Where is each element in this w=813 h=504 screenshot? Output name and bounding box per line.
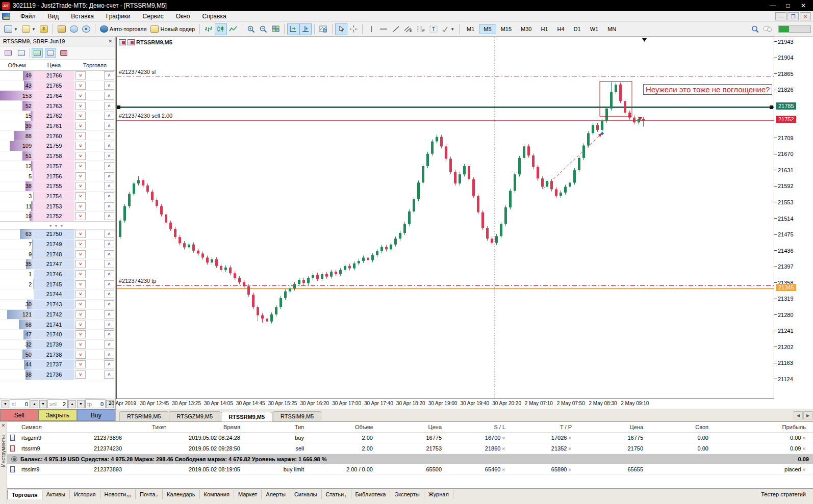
dom-price-cell[interactable]: 21755 bbox=[34, 181, 74, 191]
new-chart-button[interactable]: ▼ bbox=[2, 23, 20, 35]
chart-tab-RTSSRM9,M5[interactable]: RTSSRM9,M5 bbox=[221, 412, 272, 421]
arrows-tool-button[interactable]: ▼ bbox=[440, 23, 456, 35]
toolbox-tab-Библиотека[interactable]: Библиотека bbox=[351, 490, 391, 499]
dom-buy-arrow-button[interactable]: ˄ bbox=[104, 290, 114, 298]
menu-item-Вставка[interactable]: Вставка bbox=[65, 12, 100, 21]
dom-price-cell[interactable]: 21754 bbox=[34, 192, 74, 201]
fibonacci-tool-button[interactable]: F bbox=[415, 23, 427, 35]
dom-history-button[interactable] bbox=[16, 48, 27, 58]
accounts-button[interactable]: $ bbox=[38, 23, 50, 35]
dom-sell-arrow-button[interactable]: ˅ bbox=[75, 321, 86, 329]
community-button[interactable] bbox=[68, 23, 80, 35]
dom-buy-arrow-button[interactable]: ˄ bbox=[104, 162, 114, 170]
dom-price-cell[interactable]: 21759 bbox=[34, 141, 74, 151]
timeframe-W1[interactable]: W1 bbox=[586, 24, 603, 34]
close-trade-icon[interactable]: ✕ bbox=[802, 436, 806, 441]
maximize-button[interactable]: □ bbox=[780, 1, 796, 10]
table-row[interactable]: rtssim92123738932019.05.02 08:19:05buy l… bbox=[7, 464, 813, 475]
timeframe-M30[interactable]: M30 bbox=[516, 24, 536, 34]
dom-buy-arrow-button[interactable]: ˄ bbox=[104, 370, 114, 379]
tp-value[interactable]: 0 bbox=[100, 401, 104, 407]
dom-sell-arrow-button[interactable]: ˅ bbox=[75, 250, 86, 258]
dom-buy-arrow-button[interactable]: ˄ bbox=[104, 240, 114, 248]
new-order-button[interactable]: Новый ордер bbox=[148, 23, 197, 35]
dom-price-cell[interactable]: 21746 bbox=[34, 270, 74, 279]
dom-buy-arrow-button[interactable]: ˄ bbox=[104, 132, 114, 140]
dom-buy-arrow-button[interactable]: ˄ bbox=[104, 250, 114, 258]
dom-buy-arrow-button[interactable]: ˄ bbox=[104, 260, 114, 268]
dom-sell-arrow-button[interactable]: ˅ bbox=[75, 330, 86, 338]
toolbox-tab-Календарь[interactable]: Календарь bbox=[163, 490, 200, 499]
toolbox-tab-Сигналы[interactable]: Сигналы bbox=[290, 490, 322, 499]
close-trade-icon[interactable]: ✕ bbox=[802, 446, 806, 452]
dom-sell-arrow-button[interactable]: ˅ bbox=[75, 162, 86, 170]
mdi-minimize-button[interactable]: — bbox=[775, 12, 786, 20]
dom-buy-arrow-button[interactable]: ˄ bbox=[104, 321, 114, 329]
dom-close-icon[interactable]: ✕ bbox=[108, 39, 112, 44]
timeframe-M1[interactable]: M1 bbox=[462, 24, 479, 34]
dom-buy-arrow-button[interactable]: ˄ bbox=[104, 310, 114, 319]
sl-decrease-button[interactable]: ▼ bbox=[2, 400, 9, 408]
dom-price-cell[interactable]: 21736 bbox=[34, 370, 74, 380]
dom-sell-arrow-button[interactable]: ˅ bbox=[75, 310, 86, 319]
close-position-button[interactable]: Закрыть bbox=[38, 409, 77, 421]
text-tool-button[interactable]: T bbox=[427, 23, 440, 35]
toolbox-tab-Маркет[interactable]: Маркет bbox=[234, 490, 262, 499]
dom-price-cell[interactable]: 21765 bbox=[34, 81, 74, 91]
dom-sell-arrow-button[interactable]: ˅ bbox=[75, 351, 86, 359]
sl-increase-button[interactable]: ▲ bbox=[31, 400, 38, 408]
dom-buy-arrow-button[interactable]: ˄ bbox=[104, 270, 114, 278]
dom-buy-arrow-button[interactable]: ˄ bbox=[104, 192, 114, 200]
candlestick-chart[interactable]: RTSSRM9,M5 Неужели это тоже не поглощени… bbox=[116, 37, 774, 399]
dom-volume-toggle-button[interactable] bbox=[58, 48, 69, 58]
menu-item-Сервис[interactable]: Сервис bbox=[137, 12, 170, 21]
volume-decrease-button[interactable]: ▼ bbox=[39, 400, 47, 408]
dom-buy-arrow-button[interactable]: ˄ bbox=[104, 122, 114, 130]
timeframe-H1[interactable]: H1 bbox=[536, 24, 552, 34]
toolbox-tab-Эксперты[interactable]: Эксперты bbox=[390, 490, 424, 499]
equidistant-channel-tool-button[interactable]: E bbox=[402, 23, 415, 35]
chart-tab-RTSSiM9,M5[interactable]: RTSSiM9,M5 bbox=[273, 411, 321, 421]
sell-button[interactable]: Sell bbox=[0, 409, 38, 421]
vertical-line-tool-button[interactable] bbox=[365, 23, 377, 35]
toolbox-tab-Новости[interactable]: Новости69 bbox=[100, 490, 136, 499]
dom-price-cell[interactable]: 21743 bbox=[34, 300, 74, 309]
dom-price-cell[interactable]: 21747 bbox=[34, 259, 74, 269]
price-axis[interactable]: 2194321904218652182621709216702163121592… bbox=[774, 37, 813, 399]
dom-buy-arrow-button[interactable]: ˄ bbox=[104, 71, 114, 79]
line-chart-button[interactable] bbox=[227, 23, 239, 35]
dom-sell-arrow-button[interactable]: ˅ bbox=[75, 290, 86, 298]
trendline-tool-button[interactable] bbox=[390, 23, 402, 35]
dom-depth-toggle-button[interactable] bbox=[45, 48, 56, 58]
dom-price-cell[interactable]: 21764 bbox=[34, 91, 74, 100]
timeframe-M5[interactable]: M5 bbox=[479, 24, 496, 34]
dom-sell-arrow-button[interactable]: ˅ bbox=[75, 270, 86, 278]
dom-sell-arrow-button[interactable]: ˅ bbox=[75, 260, 86, 268]
dom-price-cell[interactable]: 21760 bbox=[34, 131, 74, 141]
dom-sell-arrow-button[interactable]: ˅ bbox=[75, 240, 86, 248]
dom-buy-arrow-button[interactable]: ˄ bbox=[104, 82, 114, 90]
dom-price-cell[interactable]: 21753 bbox=[34, 201, 74, 211]
remove-sl-icon[interactable]: ✕ bbox=[501, 446, 505, 452]
menu-item-Справка[interactable]: Справка bbox=[196, 12, 233, 21]
remove-tp-icon[interactable]: ✕ bbox=[568, 467, 572, 472]
dom-sell-arrow-button[interactable]: ˅ bbox=[75, 92, 86, 100]
menu-item-Файл[interactable]: Файл bbox=[14, 12, 42, 21]
dom-buy-arrow-button[interactable]: ˄ bbox=[104, 92, 114, 100]
chart-shift-button[interactable] bbox=[299, 23, 312, 35]
toolbox-tab-Почта[interactable]: Почта7 bbox=[136, 490, 163, 499]
dom-price-cell[interactable]: 21739 bbox=[34, 340, 74, 350]
chart-dom-mini-icon[interactable] bbox=[119, 39, 126, 45]
dom-buy-arrow-button[interactable]: ˄ bbox=[104, 280, 114, 288]
dom-sell-arrow-button[interactable]: ˅ bbox=[75, 71, 86, 79]
dom-price-cell[interactable]: 21762 bbox=[34, 111, 74, 121]
time-axis[interactable]: 30 Apr 201930 Apr 12:4530 Apr 13:2530 Ap… bbox=[116, 399, 813, 409]
minimize-button[interactable]: — bbox=[765, 1, 780, 10]
mdi-close-button[interactable]: ✕ bbox=[800, 12, 811, 20]
dom-buy-arrow-button[interactable]: ˄ bbox=[104, 102, 114, 110]
dom-buy-arrow-button[interactable]: ˄ bbox=[104, 212, 114, 220]
timeframe-D1[interactable]: D1 bbox=[569, 24, 586, 34]
strategy-tester-label[interactable]: Тестер стратегий bbox=[756, 490, 811, 499]
toolbox-tab-Статьи[interactable]: Статьи1 bbox=[322, 490, 351, 499]
menu-item-Окно[interactable]: Окно bbox=[170, 12, 196, 21]
